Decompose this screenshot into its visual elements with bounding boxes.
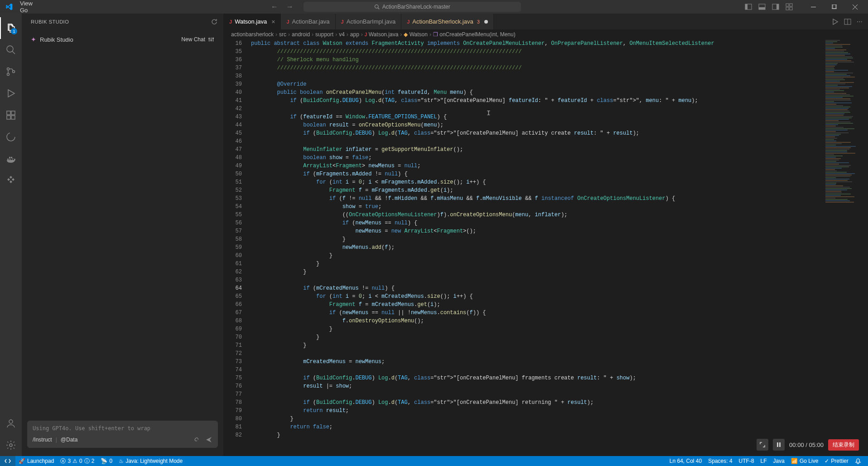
broadcast-icon: 📶 (791, 458, 798, 464)
sb-bell-icon[interactable] (852, 456, 864, 466)
activity-explorer[interactable]: 1 (0, 17, 22, 39)
svg-rect-3 (745, 4, 747, 10)
sb-problems[interactable]: ⓧ3 ⚠0 ⓘ2 (57, 456, 97, 466)
java-file-icon: J (365, 32, 367, 37)
sidebar-title: RUBIK STUDIO (31, 19, 69, 24)
tab-actionbarsherlock-java[interactable]: JActionBarSherlock.java3 (401, 14, 494, 29)
code-content[interactable]: public abstract class Watson extends Fra… (251, 39, 868, 456)
breadcrumb-item[interactable]: support (315, 31, 333, 38)
rocket-icon: 🚀 (19, 458, 25, 464)
activity-loading-icon[interactable] (0, 126, 22, 148)
svg-rect-11 (790, 7, 792, 10)
tab-watson-java[interactable]: JWatson.java× (224, 14, 281, 29)
line-numbers: 1635363738394041424344454647484950515253… (224, 39, 251, 456)
menubar: FileEditSelectionViewGoRunTerminalHelp (0, 0, 48, 14)
refresh-icon[interactable] (211, 18, 218, 25)
activity-run-debug[interactable] (0, 83, 22, 104)
info-icon: ⓘ (84, 457, 90, 465)
svg-rect-7 (776, 4, 779, 10)
activity-settings-icon[interactable] (0, 434, 22, 456)
breadcrumb-item[interactable]: v4 (339, 31, 345, 38)
activity-search[interactable] (0, 39, 22, 61)
java-file-icon: J (341, 19, 344, 24)
minimap[interactable] (824, 39, 862, 456)
rec-resize-icon[interactable] (757, 439, 768, 451)
sb-prettier[interactable]: ✓Prettier (821, 456, 852, 466)
titlebar-center: ← → ActionBarShareLock-master (48, 2, 744, 12)
antenna-icon: 📡 (101, 458, 107, 464)
menu-go[interactable]: Go (16, 7, 48, 14)
studio-row[interactable]: ✦ Rubik Studio New Chat (27, 33, 218, 46)
editor-area: JWatson.java×JActionBar.javaJActionBarIm… (224, 14, 868, 456)
activitybar: 1 (0, 14, 22, 456)
activity-account-icon[interactable] (0, 413, 22, 434)
layout-panel-icon[interactable] (757, 2, 767, 11)
tab-actionbarimpl-java[interactable]: JActionBarImpl.java (336, 14, 402, 29)
minimize-button[interactable] (803, 0, 824, 14)
sidebar-footer: Using GPT4o. Use shift+enter to wrap /In… (22, 416, 223, 456)
sb-launchpad[interactable]: 🚀Launchpad (15, 456, 57, 466)
svg-line-1 (378, 8, 379, 9)
rec-pause-icon[interactable] (773, 439, 785, 451)
split-editor-icon[interactable] (844, 18, 851, 25)
java-file-icon: J (407, 19, 410, 24)
more-actions-icon[interactable]: ⋯ (857, 18, 863, 25)
close-button[interactable] (844, 0, 865, 14)
activity-source-control[interactable] (0, 61, 22, 83)
titlebar: FileEditSelectionViewGoRunTerminalHelp ←… (0, 0, 868, 14)
sb-cursor-pos[interactable]: Ln 64, Col 40 (666, 456, 705, 466)
activity-extensions[interactable] (0, 104, 22, 126)
tab-actionbar-java[interactable]: JActionBar.java (281, 14, 335, 29)
new-chat-button[interactable]: New Chat (181, 36, 214, 43)
chat-placeholder: Using GPT4o. Use shift+enter to wrap (33, 425, 212, 432)
layout-sidebar-right-icon[interactable] (771, 2, 780, 11)
sb-language[interactable]: Java (770, 456, 788, 466)
svg-rect-32 (779, 442, 781, 447)
sb-golive[interactable]: 📶Go Live (788, 456, 821, 466)
run-icon[interactable] (831, 18, 839, 25)
sidebar-body: ✦ Rubik Studio New Chat (22, 29, 223, 416)
code-editor[interactable]: 1635363738394041424344454647484950515253… (224, 39, 868, 456)
svg-rect-24 (11, 116, 15, 119)
sb-eol[interactable]: LF (757, 456, 770, 466)
layout-sidebar-left-icon[interactable] (744, 2, 753, 11)
activity-docker-icon[interactable] (0, 148, 22, 170)
maximize-button[interactable] (824, 0, 844, 14)
sb-spaces[interactable]: Spaces: 4 (705, 456, 735, 466)
vscode-logo-icon (5, 3, 13, 10)
nav-forward-icon[interactable]: → (286, 3, 294, 11)
breadcrumb-item[interactable]: ◆ Watson (404, 31, 428, 38)
command-center[interactable]: ActionBarShareLock-master (304, 2, 521, 12)
recording-controls: 00:00 / 05:00 结束录制 (754, 437, 862, 452)
close-icon[interactable]: × (271, 18, 275, 25)
chip-data[interactable]: @Data (61, 437, 78, 443)
svg-rect-25 (11, 111, 15, 115)
java-file-icon: J (229, 19, 232, 24)
nav-back-icon[interactable]: ← (271, 3, 278, 11)
send-icon[interactable] (205, 436, 212, 443)
breadcrumb-item[interactable]: app (350, 31, 359, 38)
breadcrumb-item[interactable]: J Watson.java (365, 31, 398, 38)
breadcrumb-item[interactable]: android (292, 31, 310, 38)
chat-input[interactable]: Using GPT4o. Use shift+enter to wrap /In… (27, 421, 218, 448)
chip-instruct[interactable]: /Instruct (33, 437, 52, 443)
breadcrumb-item[interactable]: src (279, 31, 286, 38)
sb-java-mode[interactable]: ♨Java: Lightweight Mode (116, 456, 186, 466)
customize-layout-icon[interactable] (785, 2, 794, 11)
menu-view[interactable]: View (16, 0, 48, 7)
sb-encoding[interactable]: UTF-8 (736, 456, 757, 466)
activity-rubik-icon[interactable] (0, 170, 22, 191)
breadcrumb-item[interactable]: ❒ onCreatePanelMenu(int, Menu) (433, 31, 516, 38)
search-icon (374, 4, 380, 10)
link-icon[interactable] (193, 436, 200, 443)
breadcrumbs[interactable]: actionbarsherlock›src›android›support›v4… (224, 29, 868, 39)
svg-point-20 (7, 73, 10, 76)
breadcrumb-item[interactable]: actionbarsherlock (231, 31, 274, 38)
rec-stop-button[interactable]: 结束录制 (828, 439, 859, 451)
java-icon: ♨ (119, 458, 124, 464)
check-icon: ✓ (825, 458, 829, 464)
svg-point-0 (375, 5, 378, 9)
sb-ports[interactable]: 📡0 (97, 456, 116, 466)
svg-point-27 (9, 420, 13, 423)
remote-indicator[interactable] (0, 456, 15, 466)
